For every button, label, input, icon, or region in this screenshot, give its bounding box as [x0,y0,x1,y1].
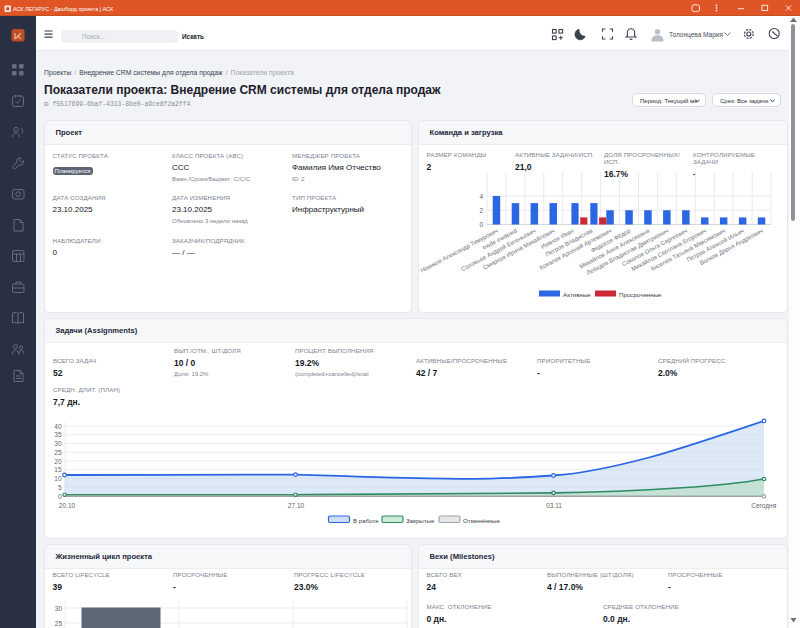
svg-text:20: 20 [54,458,62,465]
svg-text:15: 15 [54,466,62,473]
svg-text:03.11: 03.11 [546,502,562,509]
svg-text:Сегодня: Сегодня [751,502,776,510]
svg-text:Отменённые: Отменённые [463,517,500,524]
svg-text:Закрытые: Закрытые [406,517,435,524]
svg-text:Просроченные: Просроченные [619,291,662,298]
svg-text:25: 25 [55,620,63,627]
svg-text:Соловьев Андрей Евгеньевич: Соловьев Андрей Евгеньевич [460,228,537,272]
svg-text:40: 40 [54,423,62,430]
svg-text:5: 5 [58,484,62,491]
svg-text:0: 0 [58,493,62,500]
svg-text:25: 25 [54,449,62,456]
svg-text:30: 30 [54,440,62,447]
svg-text:Толонцева Мария: Толонцева Мария [669,31,723,39]
svg-text:АСК ЛЕГАРУС - Дашборд проекта: АСК ЛЕГАРУС - Дашборд проекта | АСК [13,6,114,12]
svg-text:0: 0 [479,221,483,228]
svg-text:27.10: 27.10 [288,502,305,509]
svg-text:20.10: 20.10 [59,502,76,509]
svg-text:Активные: Активные [563,291,591,298]
svg-text:4: 4 [479,193,483,200]
svg-text:35: 35 [54,431,62,438]
svg-text:2: 2 [479,207,483,214]
svg-text:10: 10 [54,475,62,482]
svg-text:В работе: В работе [353,517,379,524]
svg-text:30: 30 [55,605,63,612]
